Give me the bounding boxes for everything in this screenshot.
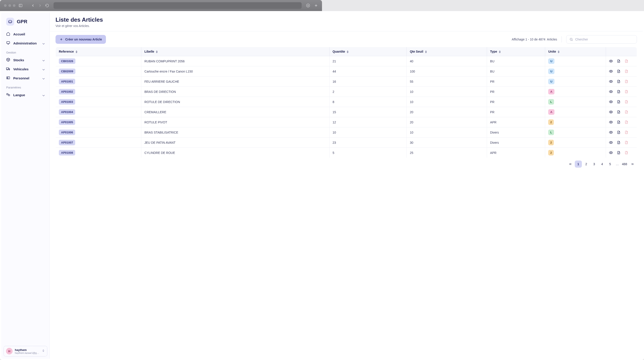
table-row: AP01008 CYLINDRE DE ROUE 5 25 APR 2 — [56, 148, 322, 158]
create-label: Créer un nouveau Article — [65, 38, 102, 41]
articles-table: ReferenceLibelleQuantiteQte SeuilTypeUni… — [56, 47, 322, 158]
cell-libelle: ROTULE DE DIRECTION — [141, 97, 322, 107]
svg-rect-16 — [7, 94, 8, 95]
monitor-icon — [6, 41, 10, 46]
new-tab-icon[interactable] — [314, 4, 318, 8]
cell-libelle: RUBAN COMPUPRINT 2056 — [141, 56, 322, 66]
nav-item-accueil[interactable]: Accueil — [4, 30, 47, 39]
plus-icon — [60, 38, 63, 41]
chevron-down-icon — [42, 94, 45, 97]
ref-badge[interactable]: AP01006 — [59, 130, 75, 135]
cell-libelle: Cartouche encre / Fax Canon L150 — [141, 66, 322, 76]
table-row: AP01001 FEU ARRIERE GAUCHE 16 55 PR U — [56, 76, 322, 87]
col-reference[interactable]: Reference — [56, 47, 141, 56]
ref-badge[interactable]: AP01008 — [59, 150, 75, 156]
nav-label: Stocks — [13, 58, 24, 62]
toolbar: Créer un nouveau Article Affichage 1 - 1… — [50, 32, 322, 47]
maximize-traffic-light[interactable] — [13, 4, 16, 7]
svg-point-15 — [7, 78, 8, 78]
chevron-down-icon — [42, 77, 45, 80]
section-label: Gestion — [4, 48, 47, 56]
nav-item-personnel[interactable]: Personnel — [4, 74, 47, 83]
chevron-down-icon — [42, 68, 45, 71]
svg-point-13 — [9, 70, 10, 70]
nav-item-langue[interactable]: Langue — [4, 90, 47, 100]
cell-libelle: CYLINDRE DE ROUE — [141, 148, 322, 158]
page-header: Liste des Articles Voir et gérer vos Art… — [50, 12, 322, 32]
table-row: AP01007 JEU DE PATIN AVANT 23 30 Divers … — [56, 138, 322, 148]
nav-label: Personnel — [13, 76, 30, 80]
page-subtitle: Voir et gérer vos Articles. — [56, 24, 322, 28]
back-icon[interactable] — [31, 4, 35, 8]
nav-item-vehicules[interactable]: Vehicules — [4, 64, 47, 74]
nav-label: Langue — [13, 93, 25, 97]
sidebar-toggle-icon[interactable] — [18, 4, 22, 8]
logo[interactable]: GPR — [4, 16, 47, 30]
svg-point-12 — [7, 70, 8, 70]
create-button[interactable]: Créer un nouveau Article — [56, 35, 106, 44]
language-icon — [6, 93, 10, 97]
traffic-lights — [4, 4, 16, 7]
cell-libelle: FEU ARRIERE GAUCHE — [141, 76, 322, 87]
app-name: GPR — [17, 19, 28, 24]
svg-rect-11 — [6, 68, 8, 70]
cell-libelle: JEU DE PATIN AVANT — [141, 138, 322, 148]
download-icon[interactable] — [306, 4, 310, 8]
url-bar[interactable] — [54, 2, 302, 9]
sidebar: GPR AccueilAdministration GestionStocksV… — [1, 12, 50, 180]
cell-libelle: CREMAILLERE — [141, 107, 322, 117]
table-row: CB02009 Cartouche encre / Fax Canon L150… — [56, 66, 322, 76]
ref-badge[interactable]: AP01003 — [59, 99, 75, 104]
nav-item-administration[interactable]: Administration — [4, 39, 47, 48]
nav-label: Vehicules — [13, 67, 28, 71]
table-row: AP01002 BRAS DE DIRECTION 2 10 PR A — [56, 87, 322, 97]
id-card-icon — [6, 76, 10, 80]
nav-label: Accueil — [13, 32, 25, 36]
pagination: 12345 ... 488 — [56, 158, 322, 168]
browser-chrome — [0, 0, 322, 11]
table-row: AP01003 ROTULE DE DIRECTION 8 10 PR L — [56, 97, 322, 107]
cell-libelle: BRAS STABILISATRICE — [141, 127, 322, 138]
table-row: CB01026 RUBAN COMPUPRINT 2056 21 40 BU U — [56, 56, 322, 66]
minimize-traffic-light[interactable] — [8, 4, 11, 7]
svg-rect-17 — [8, 94, 10, 96]
table-row: AP01006 BRAS STABILISATRICE 10 10 Divers… — [56, 127, 322, 138]
logo-icon — [6, 18, 14, 26]
ref-badge[interactable]: AP01004 — [59, 109, 75, 115]
svg-marker-25 — [156, 52, 158, 53]
close-traffic-light[interactable] — [4, 4, 7, 7]
cell-libelle: BRAS DE DIRECTION — [141, 87, 322, 97]
chevron-down-icon — [42, 42, 45, 45]
section-label: Paramètres — [4, 83, 47, 90]
svg-marker-24 — [156, 50, 158, 52]
chevron-down-icon — [42, 58, 45, 62]
nav-label: Administration — [13, 41, 37, 45]
main: Liste des Articles Voir et gérer vos Art… — [50, 12, 322, 180]
cell-libelle: ROTULE PIVOT — [141, 117, 322, 127]
col-libelle[interactable]: Libelle — [141, 47, 322, 56]
svg-marker-23 — [76, 52, 78, 53]
ref-badge[interactable]: CB02009 — [59, 68, 76, 74]
ref-badge[interactable]: CB01026 — [59, 58, 76, 64]
ref-badge[interactable]: AP01005 — [59, 120, 75, 125]
ref-badge[interactable]: AP01001 — [59, 79, 75, 84]
reload-icon[interactable] — [45, 4, 49, 8]
box-icon — [6, 58, 10, 62]
table-row: AP01005 ROTULE PIVOT 12 20 APR 2 — [56, 117, 322, 127]
page-title: Liste des Articles — [56, 16, 322, 23]
svg-marker-22 — [76, 50, 78, 52]
svg-point-6 — [8, 20, 12, 22]
svg-rect-0 — [19, 4, 22, 7]
svg-rect-7 — [7, 42, 10, 44]
ref-badge[interactable]: AP01007 — [59, 140, 75, 145]
ref-badge[interactable]: AP01002 — [59, 89, 75, 94]
home-icon — [6, 32, 10, 36]
truck-icon — [6, 67, 10, 72]
forward-icon[interactable] — [38, 4, 42, 8]
nav-item-stocks[interactable]: Stocks — [4, 56, 47, 64]
table-row: AP01004 CREMAILLERE 15 20 PR A — [56, 107, 322, 117]
